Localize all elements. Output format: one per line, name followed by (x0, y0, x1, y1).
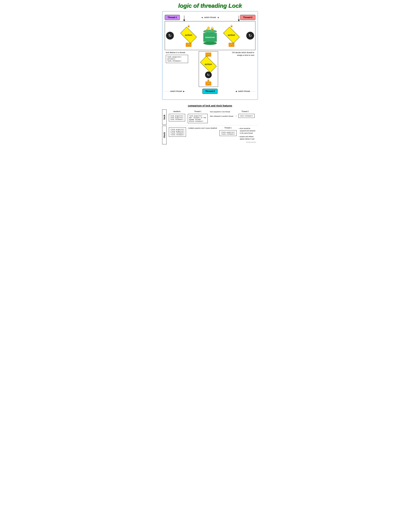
lock-deadlock-cell: deadlock lock.acquire() lock.acquire() l… (168, 111, 186, 122)
deadlock-label: deadlock (173, 111, 180, 112)
arrow-to-thread2: → (235, 115, 237, 117)
lock-acquired-text1: lock acquired in one thread (210, 111, 230, 114)
lock-thread1-header: Thread-1 (194, 111, 201, 112)
lock-acquired-text2: then released in another thread (210, 115, 233, 117)
switch-thread-left-label: switch thread (170, 90, 182, 92)
os-decide-text: OS decide which thread to assign a lock … (229, 51, 254, 57)
rlock-bullet2: • acquire and release appear always in p… (239, 135, 256, 140)
switch-thread-top-label: switch thread (204, 16, 216, 19)
refresh-icon-center: ↻ (205, 72, 212, 78)
rlock-bullets-cell: • rlock should be acquired and released … (239, 127, 256, 143)
diagram-container: Thread-1 ◄ switch thread ◄ Thread-2 (162, 11, 258, 100)
rlock-thread1-cell: Thread-1 rlock.acquire() rlock.release() (219, 127, 237, 136)
lock-side-label: lock (162, 109, 167, 125)
lock-lifetime-info: lock lifetime in a thread lock.acquire()… (166, 51, 188, 63)
lock-thread2-cell: Thread-2 → lock.release() (235, 111, 255, 118)
os-decide-info: OS decide which thread to assign a lock … (229, 51, 254, 57)
rlock-thread1-code: rlock.acquire() rlock.release() (219, 130, 237, 136)
lock-gray-left-top: 🔒 (187, 24, 190, 27)
bottom-threads-row: - - - - switch thread ► Thread-3 ◄ switc… (165, 89, 255, 94)
lock-thread1-code: lock.acquire() #or release in the #same … (188, 114, 208, 123)
lock-orange-center-bottom: 🔒 (205, 81, 211, 86)
comparison-section: comparison of lock and rlock features lo… (162, 104, 258, 144)
rlock-side-label: rlock (162, 126, 167, 144)
watermark: 知乎@JackeyOu (239, 141, 256, 143)
lock-thread2-header: Thread-2 (241, 111, 249, 112)
thread-3-box: Thread-3 (202, 89, 218, 94)
action-diamond-center: action (201, 57, 216, 72)
refresh-icon-right: ↻ (246, 32, 254, 40)
comparison-title: comparison of lock and rlock features (162, 104, 258, 107)
lock-orange-right-bottom: 🔒 (229, 43, 234, 47)
action-diamond-left: action (181, 28, 196, 42)
rlock-no-deadlock-text: multiple acquires won't cause deadlock (188, 127, 217, 129)
lock-gray-right-top: 🔒 (230, 24, 233, 27)
lock-deadlock-code: lock.acquire() lock.acquire() lock.relea… (169, 114, 185, 121)
resource-cylinder: 🔑🔒 resources (203, 26, 217, 45)
lock-acquired-cell: lock acquired in one thread then release… (210, 111, 233, 117)
lock-gray-center-bottom: 🔒 (207, 79, 210, 81)
lock-lifetime-text: lock lifetime in a thread (166, 51, 188, 54)
lock-thread1-cell: Thread-1 lock.acquire() #or release in t… (187, 111, 208, 124)
lock-row: lock deadlock lock.acquire() lock.acquir… (162, 109, 258, 125)
rlock-no-deadlock-cell: multiple acquires won't cause deadlock (188, 127, 217, 129)
rlock-bullet1: • rlock should be acquired and released … (239, 127, 256, 134)
page-title: logic of threading Lock (162, 2, 258, 9)
lock-lifetime-code: lock.acquire() action() lock.release() (166, 55, 188, 63)
refresh-icon-left: ↻ (166, 32, 174, 40)
thread-2-box: Thread-2 (240, 15, 255, 20)
lock-orange-left-bottom: 🔒 (186, 43, 191, 47)
rlock-code: rlock.acquire() rlock.acquire() rlock.re… (169, 127, 186, 137)
rlock-row: rlock rlock.acquire() rlock.acquire() rl… (162, 126, 258, 144)
thread-1-box: Thread-1 (165, 15, 180, 20)
center-action-area: 🔒 action ↻ 🔒 🔒 (199, 51, 218, 87)
action-diamond-right: action (224, 28, 239, 42)
rlock-thread1-header: Thread-1 (224, 127, 232, 129)
switch-thread-right-label: switch thread (238, 90, 250, 92)
rlock-code-cell: rlock.acquire() rlock.acquire() rlock.re… (168, 127, 187, 137)
lock-thread2-code: lock.release() (238, 114, 255, 118)
key-lock-icon: 🔑🔒 (206, 26, 215, 31)
dashed-border-box: Thread-1 ◄ switch thread ◄ Thread-2 (162, 11, 258, 100)
